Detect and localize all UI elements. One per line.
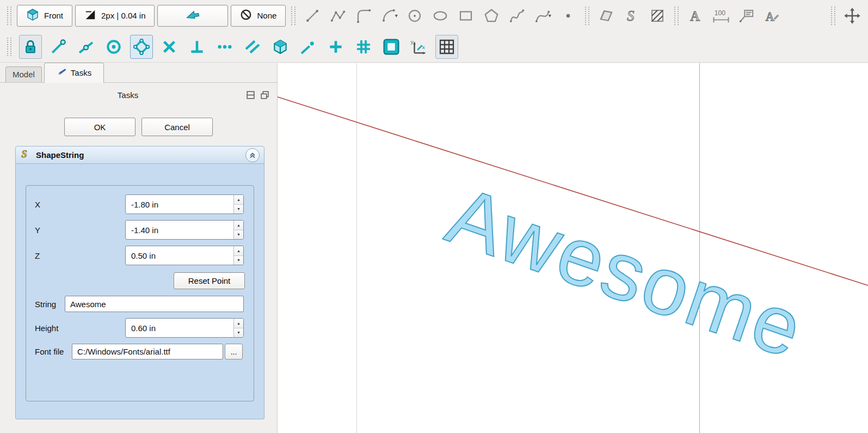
tab-model[interactable]: Model [5,66,42,82]
ellipse-icon[interactable] [429,4,452,28]
snap-ortho-icon[interactable] [324,35,347,59]
svg-text:100: 100 [715,9,726,16]
combo-view-tabs: Model Tasks [0,63,277,83]
move-icon[interactable] [841,4,864,28]
z-input[interactable] [126,246,233,265]
snap-special-icon[interactable] [130,35,153,59]
toolbar-grip[interactable] [7,7,11,25]
svg-text:x: x [422,44,425,50]
tab-tasks-label: Tasks [71,68,91,77]
facebinder-icon[interactable] [595,4,618,28]
height-spin-down[interactable]: ▼ [234,328,243,338]
x-spin-up[interactable]: ▲ [234,195,243,205]
line-icon[interactable] [301,4,324,28]
text-icon[interactable]: A [684,4,707,28]
polyline-icon[interactable] [327,4,349,28]
draft-toolbar: Front 2px | 0.04 in None ▾ ▾ S A 100 A [0,0,868,31]
snap-grid-icon[interactable] [352,35,375,59]
z-spinbox[interactable]: ▲▼ [125,246,244,265]
collapse-section-button[interactable] [245,148,260,162]
polygon-icon[interactable] [480,4,503,28]
reset-row: Reset Point [35,272,245,289]
y-label: Y [35,225,125,235]
svg-text:S: S [22,149,27,160]
snap-face-icon[interactable] [269,35,292,59]
bezier-icon[interactable]: ▾ [531,4,554,28]
circle-icon[interactable] [403,4,426,28]
font-file-label: Font file [35,347,72,356]
autogroup-label: None [257,11,276,20]
height-spin-up[interactable]: ▲ [234,319,243,328]
browse-font-button[interactable]: ... [225,344,243,359]
snap-dimensions-icon[interactable]: yx [408,35,430,59]
z-spin-down[interactable]: ▼ [234,256,243,265]
dropdown-arrow-icon[interactable]: ▾ [549,13,551,19]
x-input[interactable] [126,195,233,214]
hatch-icon[interactable] [646,4,669,28]
svg-text:A: A [690,8,700,23]
snap-perpendicular-icon[interactable] [186,35,208,59]
view-front-button[interactable]: Front [17,5,72,27]
dropdown-arrow-icon[interactable]: ▾ [395,13,398,19]
rectangle-icon[interactable] [454,4,477,28]
snap-lock-icon[interactable] [19,35,42,59]
apply-style-button[interactable] [157,5,228,27]
height-input[interactable] [126,319,233,337]
cancel-button[interactable]: Cancel [141,118,213,136]
label-icon[interactable] [735,4,758,28]
svg-text:S: S [627,8,635,23]
annotation-style-icon[interactable]: A [761,4,784,28]
point-icon[interactable] [557,4,580,28]
toggle-grid-icon[interactable] [435,35,458,59]
ok-button[interactable]: OK [64,118,136,136]
font-file-input[interactable] [72,344,223,359]
x-spin-down[interactable]: ▼ [234,205,243,214]
tab-tasks[interactable]: Tasks [44,63,104,83]
toolbar-grip[interactable] [831,7,835,25]
toolbar-grip[interactable] [674,7,679,25]
fillet-icon[interactable] [352,4,375,28]
combo-view-panel: Model Tasks Tasks OK Cancel S ShapeStrin… [0,63,278,433]
y-input[interactable] [126,221,233,239]
pencil-icon [57,67,66,78]
snap-extension-icon[interactable] [213,35,236,59]
snap-midpoint-icon[interactable] [75,35,97,59]
linewidth-button[interactable]: 2px | 0.04 in [75,5,155,27]
shapestring-s-icon: S [20,149,31,162]
style-arrow-icon [186,10,200,21]
snap-endpoint-icon[interactable] [47,35,70,59]
reset-point-button[interactable]: Reset Point [174,272,245,289]
snap-center-icon[interactable] [102,35,125,59]
snap-working-plane-icon[interactable] [380,35,403,59]
panel-float-icon[interactable] [260,90,269,102]
x-spinbox[interactable]: ▲▼ [125,194,244,214]
y-spinbox[interactable]: ▲▼ [125,220,244,240]
panel-layout-icon[interactable] [246,90,255,102]
shapestring-section-header[interactable]: S ShapeString [15,146,264,164]
snap-near-icon[interactable] [297,35,319,59]
y-spin-up[interactable]: ▲ [234,221,243,230]
toolbar-grip[interactable] [7,38,11,56]
snap-toolbar: yx [0,31,868,63]
linewidth-icon [84,9,96,22]
dimension-icon[interactable]: 100 [710,4,732,28]
arc-icon[interactable]: ▾ [378,4,401,28]
3d-viewport[interactable]: Awesome [278,63,868,433]
no-entry-icon [240,9,252,22]
autogroup-button[interactable]: None [231,5,286,27]
shapestring-task-section: S ShapeString X ▲▼ Y [15,146,264,419]
height-spinbox[interactable]: ▲▼ [125,318,244,338]
y-spin-down[interactable]: ▼ [234,230,243,240]
toolbar-grip[interactable] [291,7,296,25]
toolbar-grip[interactable] [585,7,589,25]
bspline-icon[interactable] [506,4,528,28]
snap-intersection-icon[interactable] [158,35,181,59]
svg-text:A: A [766,9,775,23]
x-label: X [35,200,125,209]
snap-parallel-icon[interactable] [241,35,264,59]
z-spin-up[interactable]: ▲ [234,246,243,256]
shapestring-icon[interactable]: S [620,4,643,28]
string-row: String [35,296,245,312]
y-row: Y ▲▼ [35,220,245,240]
string-input[interactable] [65,296,244,312]
